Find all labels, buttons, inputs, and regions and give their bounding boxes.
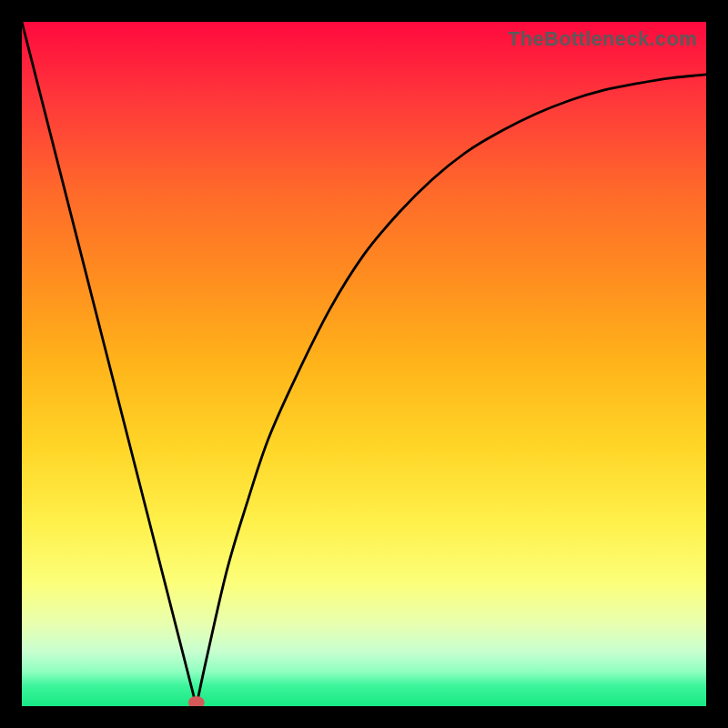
curve-left-segment [22, 22, 197, 706]
curve-right-segment [197, 75, 706, 706]
minimum-marker [188, 696, 205, 706]
plot-area: TheBottleneck.com [22, 22, 706, 706]
chart-frame: TheBottleneck.com [0, 0, 728, 728]
bottleneck-curve [22, 22, 706, 706]
